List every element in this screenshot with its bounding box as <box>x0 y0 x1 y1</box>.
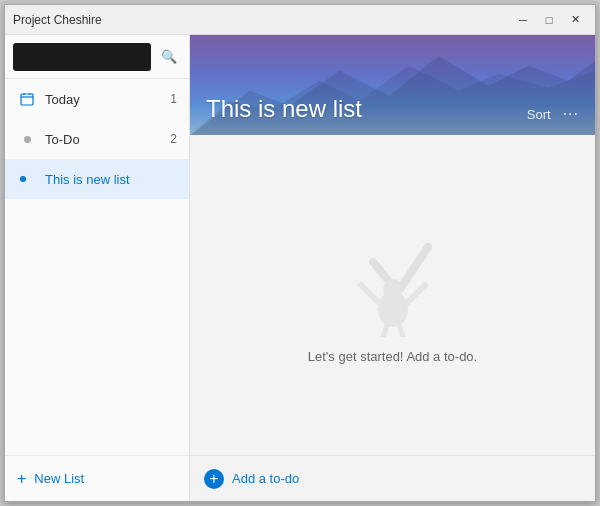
empty-state-icon <box>343 227 443 337</box>
more-options-button[interactable]: ··· <box>563 105 579 123</box>
window-title: Project Cheshire <box>13 13 102 27</box>
add-todo-button[interactable]: + Add a to-do <box>190 455 595 501</box>
svg-rect-0 <box>21 94 33 105</box>
maximize-button[interactable]: □ <box>537 11 561 29</box>
empty-state: Let's get started! Add a to-do. <box>308 227 477 364</box>
svg-point-9 <box>383 279 403 299</box>
app-window: Project Cheshire ─ □ ✕ 🔍 <box>4 4 596 502</box>
titlebar: Project Cheshire ─ □ ✕ <box>5 5 595 35</box>
sidebar-item-todo-label: To-Do <box>45 132 170 147</box>
minimize-button[interactable]: ─ <box>511 11 535 29</box>
sidebar-item-today-label: Today <box>45 92 170 107</box>
search-box-display <box>13 43 151 71</box>
calendar-icon <box>17 92 37 106</box>
sidebar-item-new-list-label: This is new list <box>45 172 177 187</box>
new-list-label: New List <box>34 471 84 486</box>
sort-button[interactable]: Sort <box>527 107 551 122</box>
window-controls: ─ □ ✕ <box>511 11 587 29</box>
sidebar-item-today-count: 1 <box>170 92 177 106</box>
new-list-button[interactable]: + New List <box>5 455 189 501</box>
search-icon[interactable]: 🔍 <box>157 45 181 69</box>
sidebar-item-new-list[interactable]: This is new list <box>5 159 189 199</box>
sidebar-item-todo[interactable]: To-Do 2 <box>5 119 189 159</box>
main-title: This is new list <box>206 95 527 123</box>
svg-line-11 <box>399 325 403 337</box>
svg-line-7 <box>361 285 378 302</box>
svg-line-8 <box>408 285 425 302</box>
todo-dot-icon <box>17 136 37 143</box>
sidebar: 🔍 Today 1 <box>5 35 190 501</box>
new-list-plus-icon: + <box>17 470 26 488</box>
sidebar-header: 🔍 <box>5 35 189 79</box>
add-todo-icon: + <box>204 469 224 489</box>
close-button[interactable]: ✕ <box>563 11 587 29</box>
main-panel: This is new list Sort ··· <box>190 35 595 501</box>
svg-line-10 <box>383 325 387 337</box>
sidebar-item-todo-count: 2 <box>170 132 177 146</box>
new-list-dot-icon <box>17 176 37 182</box>
empty-state-message: Let's get started! Add a to-do. <box>308 349 477 364</box>
main-header: This is new list Sort ··· <box>190 35 595 135</box>
add-todo-label: Add a to-do <box>232 471 299 486</box>
sidebar-list: Today 1 To-Do 2 This is new list <box>5 79 189 455</box>
app-body: 🔍 Today 1 <box>5 35 595 501</box>
sidebar-item-today[interactable]: Today 1 <box>5 79 189 119</box>
main-header-actions: Sort ··· <box>527 105 579 123</box>
main-content: Let's get started! Add a to-do. <box>190 135 595 455</box>
